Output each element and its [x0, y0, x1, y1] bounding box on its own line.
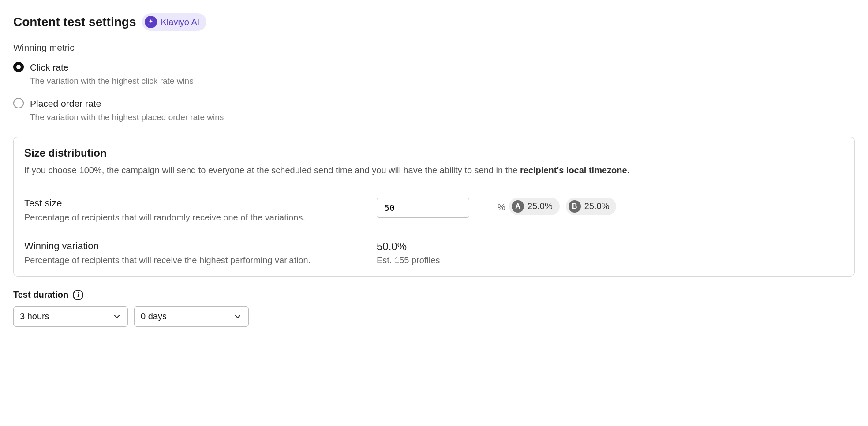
radio-click-rate[interactable]: Click rate The variation with the highes… [13, 61, 855, 87]
radio-sub: The variation with the highest click rat… [30, 75, 194, 87]
radio-title: Placed order rate [30, 97, 224, 110]
duration-days-select[interactable]: 0 days [134, 306, 249, 327]
size-distribution-panel: Size distribution If you choose 100%, th… [13, 137, 855, 277]
test-size-input-wrap[interactable]: % [377, 198, 469, 218]
variation-value: 25.0% [528, 201, 553, 211]
size-distribution-heading: Size distribution [24, 147, 844, 159]
chevron-down-icon [112, 312, 121, 321]
info-icon[interactable]: i [73, 290, 83, 300]
variation-letter: A [512, 200, 524, 213]
variation-pill-a: A 25.0% [509, 198, 560, 215]
page-title: Content test settings [13, 15, 136, 29]
test-size-sub: Percentage of recipients that will rando… [24, 213, 359, 223]
ai-badge: Klaviyo AI [142, 13, 206, 31]
size-distribution-intro: If you choose 100%, the campaign will se… [24, 164, 844, 177]
winning-variation-est: Est. 155 profiles [377, 255, 491, 265]
duration-days-value: 0 days [141, 311, 167, 321]
intro-prefix: If you choose 100%, the campaign will se… [24, 165, 520, 175]
test-size-title: Test size [24, 198, 359, 209]
test-size-input[interactable] [383, 202, 498, 213]
chevron-down-icon [233, 312, 242, 321]
radio-sub: The variation with the highest placed or… [30, 112, 224, 123]
radio-title: Click rate [30, 61, 194, 74]
duration-hours-value: 3 hours [20, 311, 49, 321]
radio-placed-order-rate[interactable]: Placed order rate The variation with the… [13, 97, 855, 123]
test-duration-label: Test duration [13, 290, 68, 300]
sparkle-icon [145, 16, 157, 28]
radio-icon [13, 62, 24, 72]
duration-hours-select[interactable]: 3 hours [13, 306, 128, 327]
variation-value: 25.0% [584, 201, 610, 211]
percent-symbol: % [498, 202, 505, 213]
svg-point-1 [149, 24, 150, 25]
ai-badge-label: Klaviyo AI [161, 17, 199, 27]
winning-variation-title: Winning variation [24, 240, 359, 252]
winning-metric-radio-group: Click rate The variation with the highes… [13, 61, 855, 123]
variation-pill-b: B 25.0% [566, 198, 617, 215]
intro-bold: recipient's local timezone. [520, 165, 629, 175]
svg-point-0 [153, 19, 153, 20]
radio-icon [13, 98, 24, 108]
variation-letter: B [569, 200, 581, 213]
winning-variation-sub: Percentage of recipients that will recei… [24, 255, 359, 265]
variation-pills: A 25.0% B 25.0% [509, 198, 844, 215]
winning-metric-label: Winning metric [13, 42, 855, 53]
winning-variation-value: 50.0% [377, 240, 491, 253]
